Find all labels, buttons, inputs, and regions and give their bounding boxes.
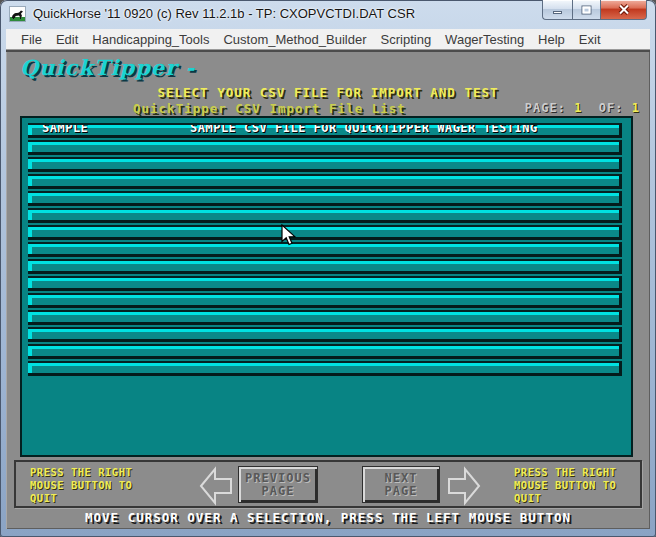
control-bar: PRESS THE RIGHT MOUSE BUTTON TO QUIT PRE… [14,460,642,508]
page-title: QuickTipper - [20,55,195,80]
list-item[interactable] [28,276,622,291]
of-number: 1 [632,101,640,115]
quit-note-right: PRESS THE RIGHT MOUSE BUTTON TO QUIT [514,466,630,505]
menu-item-file[interactable]: File [14,30,49,49]
list-item[interactable] [28,344,622,359]
list-item[interactable] [28,191,622,206]
close-icon [618,4,630,15]
title-bar: QuickHorse '11 0920 (c) Rev 11.2.1b - TP… [0,0,656,29]
file-list: SAMPLESAMPLE CSV FILE FOR QUICKTIPPER WA… [20,116,633,457]
status-message: MOVE CURSOR OVER A SELECTION, PRESS THE … [6,510,650,525]
maximize-button[interactable] [572,0,601,20]
of-label: OF: [599,101,624,115]
window-title: QuickHorse '11 0920 (c) Rev 11.2.1b - TP… [33,6,415,21]
next-page-label-line2: PAGE [385,485,418,498]
list-item[interactable] [28,225,622,240]
close-button[interactable] [601,0,647,20]
list-item[interactable] [28,208,622,223]
list-item[interactable] [28,140,622,155]
menu-item-help[interactable]: Help [531,30,572,49]
window-controls [542,0,647,20]
minimize-icon [553,11,562,14]
list-item[interactable] [28,361,622,376]
app-window: QuickHorse '11 0920 (c) Rev 11.2.1b - TP… [0,0,656,537]
arrow-left-icon[interactable] [198,465,234,507]
horse-logo-icon [9,6,26,22]
file-name: SAMPLE [42,123,190,135]
client-area: QuickTipper - SELECT YOUR CSV FILE FOR I… [6,50,650,529]
list-item[interactable] [28,174,622,189]
menu-item-exit[interactable]: Exit [572,30,608,49]
page-label: PAGE: [525,101,566,115]
previous-page-label-line2: PAGE [262,485,295,498]
menu-bar: FileEditHandicapping_ToolsCustom_Method_… [6,29,650,50]
previous-page-label-line1: PREVIOUS [245,472,311,485]
menu-item-edit[interactable]: Edit [49,30,85,49]
maximize-icon [581,5,592,15]
menu-item-wagertesting[interactable]: WagerTesting [438,30,531,49]
page-indicator: PAGE: 1 OF: 1 [525,101,640,115]
arrow-right-icon[interactable] [446,465,482,507]
previous-page-button[interactable]: PREVIOUS PAGE [238,466,318,503]
menu-item-handicapping-tools[interactable]: Handicapping_Tools [85,30,216,49]
list-item[interactable] [28,157,622,172]
next-page-button[interactable]: NEXT PAGE [362,466,440,503]
list-item[interactable] [28,259,622,274]
list-item[interactable] [28,327,622,342]
menu-item-scripting[interactable]: Scripting [374,30,439,49]
list-item[interactable] [28,242,622,257]
page-number: 1 [574,101,582,115]
list-item[interactable] [28,310,622,325]
minimize-button[interactable] [542,0,572,20]
file-description: SAMPLE CSV FILE FOR QUICKTIPPER WAGER TE… [190,123,538,135]
next-page-label-line1: NEXT [385,472,418,485]
list-item[interactable] [28,293,622,308]
list-item[interactable]: SAMPLESAMPLE CSV FILE FOR QUICKTIPPER WA… [28,123,622,138]
list-title: QuickTipper CSV Import File List [133,101,406,116]
menu-item-custom-method-builder[interactable]: Custom_Method_Builder [216,30,373,49]
quit-note-left: PRESS THE RIGHT MOUSE BUTTON TO QUIT [30,466,146,505]
cursor-icon [281,224,297,246]
instruction-text: SELECT YOUR CSV FILE FOR IMPORT AND TEST [6,85,650,100]
